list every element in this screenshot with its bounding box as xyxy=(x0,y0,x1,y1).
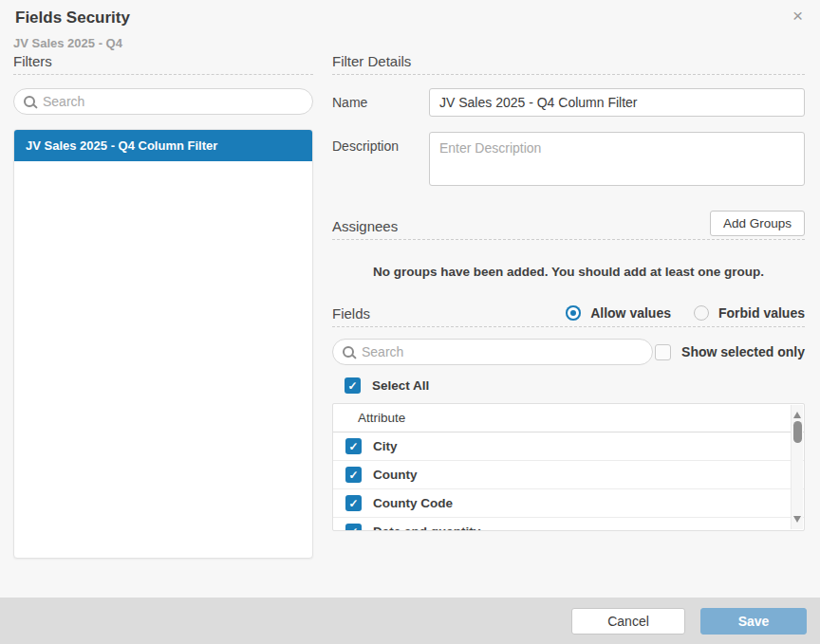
name-label: Name xyxy=(332,88,429,117)
filter-details-heading: Filter Details xyxy=(332,53,805,75)
scrollbar-thumb[interactable] xyxy=(793,421,802,443)
assignees-heading: Assignees xyxy=(332,218,398,239)
save-button[interactable]: Save xyxy=(700,608,807,635)
checkbox-checked-icon[interactable] xyxy=(345,524,362,531)
fields-header: Fields Allow values Forbid values xyxy=(332,305,805,327)
attribute-label: City xyxy=(373,439,398,453)
table-row[interactable]: Date and quantity xyxy=(333,518,804,531)
filters-search-input[interactable] xyxy=(43,94,303,109)
filters-panel: Filters JV Sales 2025 - Q4 Column Filter xyxy=(13,53,313,559)
radio-unselected-icon xyxy=(694,305,709,321)
dataset-subtitle: JV Sales 2025 - Q4 xyxy=(13,36,122,50)
table-row[interactable]: City xyxy=(333,432,804,461)
fields-security-dialog: Fields Security × JV Sales 2025 - Q4 Fil… xyxy=(0,0,820,644)
forbid-values-radio[interactable]: Forbid values xyxy=(694,305,805,321)
description-label: Description xyxy=(332,132,429,186)
checkbox-checked-icon xyxy=(345,377,361,394)
attribute-column-header: Attribute xyxy=(333,404,804,432)
name-input[interactable] xyxy=(429,88,805,117)
description-input[interactable] xyxy=(429,132,805,186)
attribute-label: County xyxy=(373,468,418,482)
fields-search-input[interactable] xyxy=(362,344,643,359)
cancel-button[interactable]: Cancel xyxy=(571,608,685,635)
allow-values-radio[interactable]: Allow values xyxy=(566,305,671,321)
filter-item-label: JV Sales 2025 - Q4 Column Filter xyxy=(26,138,217,153)
name-row: Name xyxy=(332,88,805,117)
fields-search-row: Show selected only xyxy=(332,339,805,365)
select-all-label: Select All xyxy=(372,378,429,393)
add-groups-button[interactable]: Add Groups xyxy=(710,211,805,236)
attribute-label: County Code xyxy=(373,496,453,510)
dialog-footer: Cancel Save xyxy=(0,598,820,644)
search-icon xyxy=(24,96,35,107)
forbid-values-label: Forbid values xyxy=(718,305,805,321)
assignees-header: Assignees Add Groups xyxy=(332,211,805,240)
mode-radios: Allow values Forbid values xyxy=(566,305,805,326)
fields-heading: Fields xyxy=(332,305,370,326)
dialog-title: Fields Security xyxy=(15,9,130,28)
show-selected-only-checkbox[interactable]: Show selected only xyxy=(655,344,805,360)
table-row[interactable]: County Code xyxy=(333,489,804,518)
filter-details-panel: Filter Details Name Description Assignee… xyxy=(332,53,805,531)
filters-heading: Filters xyxy=(13,53,313,75)
description-row: Description xyxy=(332,132,805,186)
close-icon[interactable]: × xyxy=(792,7,803,25)
search-icon xyxy=(343,346,354,358)
scroll-up-icon[interactable] xyxy=(793,412,801,418)
scroll-down-icon[interactable] xyxy=(793,516,801,523)
filters-search[interactable] xyxy=(13,88,313,115)
checkbox-checked-icon[interactable] xyxy=(345,495,362,511)
table-row[interactable]: County xyxy=(333,461,804,489)
select-all-checkbox[interactable]: Select All xyxy=(345,377,805,394)
checkbox-checked-icon[interactable] xyxy=(345,438,362,454)
table-scrollbar[interactable] xyxy=(791,405,803,529)
fields-search[interactable] xyxy=(332,339,653,365)
filter-list-item[interactable]: JV Sales 2025 - Q4 Column Filter xyxy=(14,130,312,161)
checkbox-checked-icon[interactable] xyxy=(345,467,362,483)
attributes-table: Attribute City County County Code Date a… xyxy=(332,403,805,531)
assignees-empty-message: No groups have been added. You should ad… xyxy=(332,265,805,279)
filter-list: JV Sales 2025 - Q4 Column Filter xyxy=(13,129,313,559)
checkbox-unchecked-icon xyxy=(655,344,671,360)
show-selected-only-label: Show selected only xyxy=(681,344,805,359)
radio-selected-icon xyxy=(566,305,581,321)
allow-values-label: Allow values xyxy=(590,305,671,321)
attribute-label: Date and quantity xyxy=(373,524,480,531)
